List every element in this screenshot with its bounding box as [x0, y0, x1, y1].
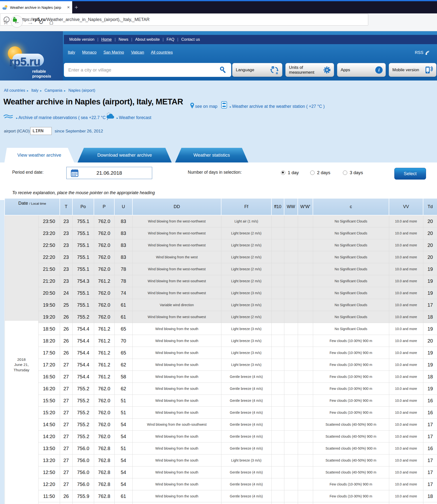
cell-vv: 10.0 and more [389, 454, 423, 466]
rss-link[interactable]: RSS [415, 50, 431, 55]
breadcrumb-campania[interactable]: Campania [44, 88, 62, 92]
search-input[interactable] [64, 63, 231, 77]
nav-contact[interactable]: Contact us [181, 37, 200, 42]
breadcrumb-italy[interactable]: Italy [31, 88, 38, 92]
table-row: 15:2027755.2762.051Wind blowing from the… [5, 407, 437, 419]
country-all[interactable]: All countries [151, 50, 173, 54]
country-vatican[interactable]: Vatican [131, 50, 144, 54]
breadcrumb-naples-airport[interactable]: Naples (airport) [68, 88, 95, 92]
cell-po: 755.2 [72, 311, 94, 323]
nav-mobile-version[interactable]: Mobile version [69, 37, 94, 42]
home-button[interactable]: ⌂ [49, 18, 53, 26]
col-header-td[interactable]: Td [423, 198, 437, 215]
nav-faq[interactable]: FAQ [167, 37, 174, 42]
marine-archive-link[interactable]: ▸Archive of marine observations ( sea +2… [16, 115, 108, 120]
table-row: 19:2026755.2762.061Wind blowing from the… [5, 311, 437, 323]
nav-home[interactable]: Home [101, 37, 112, 42]
site-logo[interactable]: rp5.ru [9, 55, 40, 68]
see-on-map-link[interactable]: see on map [195, 104, 217, 109]
cell-ff10 [271, 490, 284, 502]
cell-ff: Light breeze (2 m/s) [221, 251, 271, 263]
cell-ff10 [271, 251, 284, 263]
radio-3-days[interactable] [343, 171, 347, 175]
cell-dd: Wind blowing from the south [132, 443, 221, 454]
radio-1-day-label[interactable]: 1 day [288, 170, 299, 175]
cell-ff: Light breeze (3 m/s) [221, 347, 271, 359]
cell-u: 54 [114, 478, 132, 490]
cell-u: 61 [114, 490, 132, 502]
cell-www [298, 443, 313, 454]
country-monaco[interactable]: Monaco [82, 50, 97, 54]
nav-news[interactable]: News [119, 37, 128, 42]
col-header-t[interactable]: T [60, 198, 72, 215]
col-header-ff[interactable]: Ff [221, 198, 271, 215]
country-italy[interactable]: Italy [68, 50, 75, 54]
col-header-vv[interactable]: VV [389, 198, 423, 215]
cell-c: Few clouds (10-30%) 900 m [313, 407, 389, 419]
cell-vv: 10.0 and more [389, 323, 423, 335]
cell-www [298, 419, 313, 431]
tab-close-icon[interactable]: × [67, 5, 70, 10]
cell-td: 19 [423, 263, 437, 275]
radio-2-days-label[interactable]: 2 days [317, 170, 330, 175]
cell-u: 65 [114, 323, 132, 335]
cell-vv: 10.0 and more [389, 478, 423, 490]
cell-t: 23 [60, 215, 72, 227]
forward-button[interactable]: → [27, 19, 33, 26]
col-header-dd[interactable]: DD [132, 198, 221, 215]
cell-c: No Significant Clouds [313, 263, 389, 275]
cell-po: 755.2 [72, 431, 94, 443]
table-row: 16:5027754.4761.258Wind blowing from the… [5, 371, 437, 383]
icao-input[interactable]: LIRN [30, 127, 52, 135]
url-bar[interactable]: i https://rp5.ru/Weather_archive_in_Napl… [0, 13, 368, 26]
tab-download-weather-archive[interactable]: Download weather archive [78, 148, 172, 162]
country-san-marino[interactable]: San Marino [103, 50, 124, 54]
cell-ff: Light breeze (2 m/s) [221, 275, 271, 287]
radio-3-days-label[interactable]: 3 days [350, 170, 363, 175]
cell-p: 762.0 [94, 227, 114, 239]
cell-ww [284, 466, 298, 478]
language-button[interactable]: Language aA [232, 63, 282, 77]
site-header: rp5.ru reliable prognosis Mobile version… [0, 31, 437, 81]
units-button[interactable]: Units of measurement [285, 63, 334, 77]
search-icon[interactable] [219, 66, 227, 74]
cell-td: 19 [423, 323, 437, 335]
cell-ww [284, 335, 298, 347]
new-tab-button[interactable]: + [75, 4, 78, 10]
breadcrumb-all-countries[interactable]: All countries [4, 88, 25, 92]
table-row: 13:5027756.0762.851Wind blowing from the… [5, 443, 437, 454]
back-button[interactable]: ← [11, 15, 23, 28]
cell-u: 58 [114, 502, 132, 504]
cell-p: 762.0 [94, 215, 114, 227]
col-header-date[interactable]: Date / Local time [5, 198, 60, 215]
col-header-ff10[interactable]: ff10 [271, 198, 284, 215]
col-header-p[interactable]: P [94, 198, 114, 215]
col-header-po[interactable]: Po [72, 198, 94, 215]
cell-td: 19 [423, 383, 437, 395]
cell-dd: Variable wind direction [132, 299, 221, 311]
nav-about[interactable]: About website [135, 37, 160, 42]
svg-text:A: A [272, 67, 274, 69]
bookmark-star-icon[interactable]: ☆ [3, 19, 9, 26]
reload-button[interactable]: ↻ [39, 19, 43, 26]
tab-weather-statistics[interactable]: Weather statistics [175, 148, 248, 162]
table-row: 19:5025755.1762.061Variable wind directi… [5, 299, 437, 311]
cell-vv: 10.0 and more [389, 407, 423, 419]
mobile-version-button[interactable]: Mobile version [389, 63, 437, 77]
cell-td: 20 [423, 251, 437, 263]
col-header-c[interactable]: c [313, 198, 389, 215]
col-header-ww[interactable]: WW [284, 198, 298, 215]
select-button[interactable]: Select [394, 168, 426, 180]
tab-view-weather-archive[interactable]: View weather archive [4, 148, 74, 162]
col-header-u[interactable]: U [114, 198, 132, 215]
station-archive-link[interactable]: ▸Weather archive at the weather station … [230, 104, 325, 109]
radio-1-day[interactable] [281, 171, 285, 175]
cell-t: 23 [60, 275, 72, 287]
weather-forecast-link[interactable]: ▸Weather forecast [117, 115, 151, 120]
apps-button[interactable]: Apps i [337, 63, 386, 77]
col-header-ww[interactable]: W'W' [298, 198, 313, 215]
cell-u: 61 [114, 311, 132, 323]
cell-t: 26 [60, 490, 72, 502]
radio-2-days[interactable] [310, 171, 315, 175]
browser-tab[interactable]: Weather archive in Naples (airp × [0, 1, 72, 13]
